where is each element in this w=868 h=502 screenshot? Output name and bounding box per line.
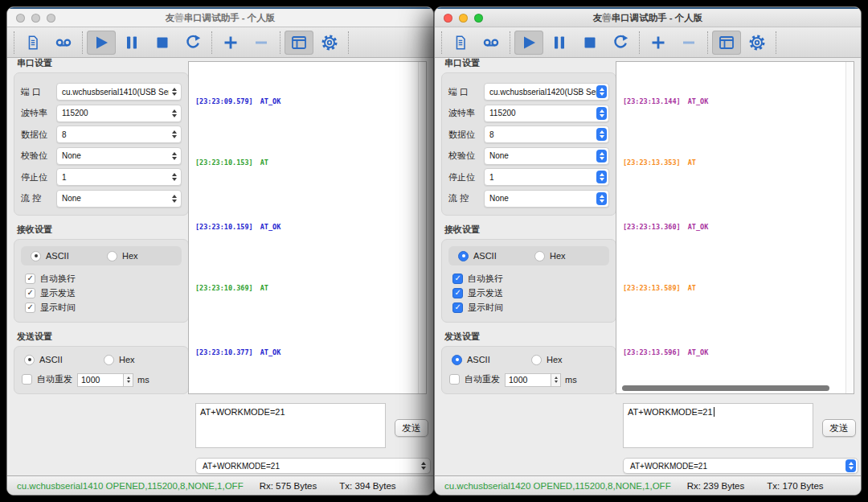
setting-select[interactable]: 1 — [484, 168, 609, 186]
vertical-scrollbar-track[interactable] — [418, 62, 426, 393]
receive-option-checkbox[interactable]: 显示时间 — [25, 301, 182, 314]
new-file-button[interactable] — [18, 31, 47, 55]
radio-icon — [531, 355, 542, 365]
window-title: 友善串口调试助手 - 个人版 — [435, 12, 861, 24]
up-arrow-icon — [172, 195, 177, 198]
desktop: 友善串口调试助手 - 个人版 — [0, 0, 868, 502]
line-timestamp: [23:23:13.353] — [623, 158, 681, 167]
clear-refresh-button[interactable] — [178, 31, 207, 55]
serial-settings-label: 串口设置 — [17, 57, 189, 69]
checkbox-icon — [25, 274, 35, 284]
radio-icon — [534, 251, 545, 261]
auto-resend-checkbox[interactable]: 自动重发 — [22, 372, 72, 385]
remove-window-button[interactable] — [247, 31, 276, 55]
record-log-button[interactable] — [49, 31, 78, 55]
setting-select[interactable]: cu.wchusbserial1420(USB Serial) — [484, 83, 609, 101]
receive-option-checkbox[interactable]: 显示时间 — [452, 301, 609, 314]
setting-select[interactable]: None — [484, 147, 609, 165]
horizontal-scrollbar[interactable] — [622, 385, 829, 391]
setting-select[interactable]: None — [56, 147, 182, 165]
titlebar[interactable]: 友善串口调试助手 - 个人版 — [435, 7, 861, 27]
toolbar — [435, 27, 861, 58]
send-ascii-radio[interactable]: ASCII — [452, 355, 531, 365]
down-arrow-icon — [555, 381, 558, 383]
auto-resend-checkbox[interactable]: 自动重发 — [449, 372, 500, 385]
chevron-stepper-icon — [596, 192, 607, 205]
toolbar-separator — [776, 31, 776, 54]
up-arrow-icon — [421, 462, 426, 465]
interval-stepper[interactable] — [124, 373, 133, 387]
vertical-scrollbar-track[interactable] — [845, 62, 854, 393]
refresh-icon — [612, 34, 629, 51]
receive-option-checkbox[interactable]: 自动换行 — [25, 272, 182, 285]
line-timestamp: [23:23:10.153] — [195, 158, 253, 167]
terminal-line: [23:23:10.377]AT_OK — [195, 348, 426, 358]
setting-select[interactable]: 115200 — [484, 105, 609, 122]
send-ascii-radio[interactable]: ASCII — [24, 355, 104, 365]
setting-select[interactable]: 8 — [56, 126, 182, 143]
remove-window-button[interactable] — [674, 31, 703, 55]
settings-button[interactable] — [743, 31, 772, 55]
record-log-button[interactable] — [477, 31, 506, 55]
toggle-panels-button[interactable] — [712, 31, 741, 55]
terminal-line: [23:23:13.144]AT_OK — [623, 97, 854, 107]
send-hex-radio[interactable]: Hex — [104, 355, 135, 365]
chevron-stepper-icon — [845, 459, 856, 472]
clear-refresh-button[interactable] — [606, 31, 635, 55]
new-file-button[interactable] — [446, 31, 475, 55]
send-hex-radio[interactable]: Hex — [531, 355, 563, 365]
settings-button[interactable] — [315, 31, 344, 55]
history-select[interactable]: AT+WORKMODE=21 — [623, 458, 858, 474]
setting-row: 端 口 cu.wchusbserial1410(USB Serial) — [21, 84, 182, 100]
titlebar[interactable]: 友善串口调试助手 - 个人版 — [7, 7, 433, 27]
setting-value: 8 — [485, 130, 596, 139]
setting-row: 校验位 None — [21, 148, 182, 164]
pause-button[interactable] — [545, 31, 574, 55]
receive-option-checkbox[interactable]: 显示发送 — [25, 286, 182, 299]
send-button[interactable]: 发送 — [395, 419, 428, 437]
setting-select[interactable]: 8 — [484, 126, 609, 143]
pause-button[interactable] — [117, 31, 146, 55]
receive-hex-radio[interactable]: Hex — [107, 251, 138, 261]
receive-options: 自动换行 显示发送 显示时间 — [21, 272, 182, 314]
interval-input[interactable]: 1000 — [505, 373, 551, 387]
radio-label: ASCII — [473, 251, 497, 261]
status-bar: cu.wchusbserial1410 OPENED,115200,8,NONE… — [7, 475, 433, 495]
add-window-button[interactable] — [216, 31, 245, 55]
checkbox-icon — [452, 274, 463, 284]
terminal-output[interactable]: [23:23:09.579]AT_OK [23:23:10.153]AT [23… — [188, 61, 427, 394]
receive-option-checkbox[interactable]: 显示发送 — [452, 286, 609, 299]
receive-settings-label: 接收设置 — [444, 224, 616, 236]
terminal-output[interactable]: [23:23:13.144]AT_OK [23:23:13.353]AT [23… — [616, 61, 854, 394]
setting-select[interactable]: None — [484, 190, 609, 208]
line-message: AT_OK — [260, 97, 281, 105]
chevron-stepper-icon — [596, 171, 607, 183]
setting-select[interactable]: cu.wchusbserial1410(USB Serial) — [56, 83, 182, 101]
setting-select[interactable]: None — [56, 190, 182, 208]
down-arrow-icon — [172, 157, 177, 160]
stop-button[interactable] — [148, 31, 177, 55]
toolbar-separator — [211, 31, 212, 54]
send-button[interactable]: 发送 — [822, 419, 856, 437]
receive-option-checkbox[interactable]: 自动换行 — [452, 272, 609, 285]
toggle-panels-button[interactable] — [285, 31, 313, 55]
setting-select[interactable]: 115200 — [56, 105, 182, 122]
setting-row: 波特率 115200 — [448, 105, 609, 121]
interval-unit-label: ms — [565, 375, 577, 385]
open-port-button[interactable] — [87, 31, 116, 55]
stop-button[interactable] — [575, 31, 604, 55]
setting-select[interactable]: 1 — [56, 168, 182, 186]
add-window-button[interactable] — [644, 31, 673, 55]
history-select-value: AT+WORKMODE=21 — [196, 462, 418, 471]
receive-ascii-radio[interactable]: ASCII — [31, 251, 107, 261]
receive-ascii-radio[interactable]: ASCII — [458, 251, 534, 261]
minus-icon — [252, 34, 270, 51]
interval-stepper[interactable] — [551, 373, 561, 387]
terminal-line: [23:23:10.153]AT — [195, 158, 426, 168]
message-input[interactable]: AT+WORKMODE=21 — [623, 403, 813, 448]
interval-input[interactable]: 1000 — [77, 373, 124, 387]
message-input[interactable]: AT+WORKMODE=21 — [195, 403, 386, 448]
receive-hex-radio[interactable]: Hex — [534, 251, 566, 261]
history-select[interactable]: AT+WORKMODE=21 — [195, 458, 431, 474]
open-port-button[interactable] — [514, 31, 543, 55]
